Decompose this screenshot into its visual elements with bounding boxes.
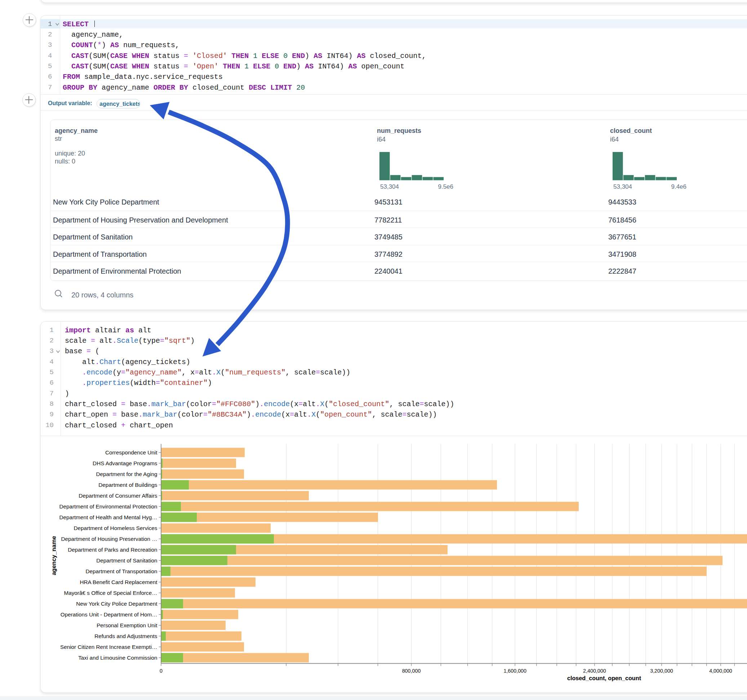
svg-text:closed_count, open_count: closed_count, open_count [567, 675, 641, 681]
svg-text:Operations Unit - Department o: Operations Unit - Department of Hom… [60, 611, 157, 617]
svg-text:Senior Citizen Rent Increase E: Senior Citizen Rent Increase Exempti… [60, 644, 157, 650]
svg-text:Department of Sanitation: Department of Sanitation [96, 557, 157, 564]
svg-text:Department of Transportation: Department of Transportation [86, 568, 157, 574]
svg-text:4,000,000: 4,000,000 [709, 668, 732, 674]
svg-text:agency_name: agency_name [50, 536, 57, 575]
svg-text:Department for the Aging: Department for the Aging [96, 471, 157, 477]
svg-text:DHS Advantage Programs: DHS Advantage Programs [92, 460, 157, 466]
svg-text:Mayorâ€ s Office of Special En: Mayorâ€ s Office of Special Enforce… [64, 590, 157, 596]
svg-text:0: 0 [160, 668, 163, 674]
svg-text:Correspondence Unit: Correspondence Unit [105, 450, 157, 456]
svg-text:Taxi and Limousine Commission: Taxi and Limousine Commission [78, 655, 157, 661]
svg-text:2,400,000: 2,400,000 [583, 668, 606, 674]
svg-text:Personal Exemption Unit: Personal Exemption Unit [97, 622, 157, 628]
svg-text:Refunds and Adjustments: Refunds and Adjustments [94, 633, 157, 639]
svg-text:3,200,000: 3,200,000 [650, 668, 673, 674]
svg-text:Department of Homeless Service: Department of Homeless Services [74, 525, 157, 531]
svg-text:New York City Police Departmen: New York City Police Department [76, 600, 157, 607]
svg-text:Department of Buildings: Department of Buildings [98, 482, 157, 488]
svg-text:Department of Housing Preserva: Department of Housing Preservation … [61, 536, 157, 542]
svg-text:Department of Consumer Affairs: Department of Consumer Affairs [79, 493, 157, 499]
svg-text:Department of Environmental Pr: Department of Environmental Protection [59, 503, 157, 510]
svg-text:Department of Health and Menta: Department of Health and Mental Hyg… [59, 514, 157, 520]
svg-text:1,600,000: 1,600,000 [504, 668, 526, 674]
svg-text:Department of Parks and Recrea: Department of Parks and Recreation [68, 547, 157, 553]
svg-text:800,000: 800,000 [402, 668, 421, 674]
svg-text:HRA Benefit Card Replacement: HRA Benefit Card Replacement [80, 579, 157, 585]
